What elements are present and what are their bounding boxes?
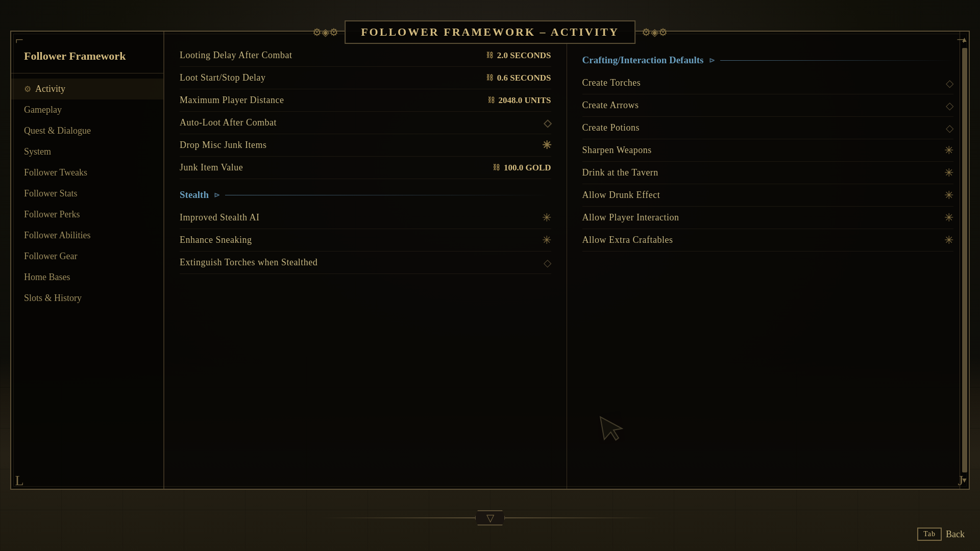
sidebar-item-follower-stats[interactable]: Follower Stats <box>11 183 163 204</box>
setting-max-player-distance[interactable]: Maximum Player Distance ⛓ 2048.0 UNITS <box>180 89 551 112</box>
allow-drunk-label: Allow Drunk Effect <box>582 190 660 201</box>
setting-loot-start-stop[interactable]: Loot Start/Stop Delay ⛓ 0.6 SECONDS <box>180 67 551 89</box>
auto-loot-diamond-icon: ◇ <box>544 117 551 129</box>
max-distance-label: Maximum Player Distance <box>180 95 284 106</box>
page-title: FOLLOWER FRAMEWORK – ACTIVITY <box>345 20 635 44</box>
setting-drop-misc-junk[interactable]: Drop Misc Junk Items ✳ <box>180 134 551 157</box>
improved-stealth-label: Improved Stealth AI <box>180 212 259 223</box>
looting-delay-label: Looting Delay After Combat <box>180 50 292 61</box>
stealth-section-header: Stealth ⊳ <box>180 189 551 201</box>
allow-extra-craftables-label: Allow Extra Craftables <box>582 235 673 245</box>
sidebar-label-abilities: Follower Abilities <box>24 230 91 241</box>
improved-stealth-toggle: ✳ <box>542 211 551 224</box>
crafting-ornament: ⊳ <box>709 56 715 65</box>
back-label: Back <box>946 529 965 540</box>
sidebar-label-tweaks: Follower Tweaks <box>24 167 87 178</box>
setting-improved-stealth-ai[interactable]: Improved Stealth AI ✳ <box>180 207 551 229</box>
sidebar-item-gameplay[interactable]: Gameplay <box>11 99 163 120</box>
sidebar-item-follower-tweaks[interactable]: Follower Tweaks <box>11 162 163 183</box>
setting-enhance-sneaking[interactable]: Enhance Sneaking ✳ <box>180 229 551 252</box>
main-ui: ⚙◈⚙ FOLLOWER FRAMEWORK – ACTIVITY ⚙◈⚙ Fo… <box>10 31 970 490</box>
bottom-ornament: ▽ <box>475 510 505 525</box>
sidebar-item-system[interactable]: System <box>11 141 163 162</box>
sidebar-label-homebases: Home Bases <box>24 272 70 283</box>
create-torches-label: Create Torches <box>582 78 641 88</box>
setting-allow-drunk[interactable]: Allow Drunk Effect ✳ <box>582 184 954 207</box>
setting-create-arrows[interactable]: Create Arrows ◇ <box>582 94 954 117</box>
setting-looting-delay[interactable]: Looting Delay After Combat ⛓ 2.0 SECONDS <box>180 44 551 67</box>
drop-junk-label: Drop Misc Junk Items <box>180 140 267 151</box>
sidebar-label-quest: Quest & Dialogue <box>24 126 91 136</box>
title-ornament-left: ⚙◈⚙ <box>312 26 338 38</box>
left-panel: Looting Delay After Combat ⛓ 2.0 SECONDS… <box>164 32 567 489</box>
extinguish-torches-label: Extinguish Torches when Stealthed <box>180 257 317 268</box>
activity-icon: ⚙ <box>24 84 31 94</box>
ui-body: Follower Framework ⚙ Activity Gameplay Q… <box>11 32 969 489</box>
setting-auto-loot[interactable]: Auto-Loot After Combat ◇ <box>180 112 551 134</box>
sidebar-item-quest-dialogue[interactable]: Quest & Dialogue <box>11 120 163 141</box>
setting-create-potions[interactable]: Create Potions ◇ <box>582 117 954 139</box>
back-button-area: Tab Back <box>917 528 965 541</box>
sidebar-item-follower-gear[interactable]: Follower Gear <box>11 246 163 267</box>
sidebar-item-follower-perks[interactable]: Follower Perks <box>11 204 163 225</box>
setting-allow-extra-craftables[interactable]: Allow Extra Craftables ✳ <box>582 229 954 252</box>
sidebar: Follower Framework ⚙ Activity Gameplay Q… <box>11 32 164 489</box>
sidebar-label-perks: Follower Perks <box>24 209 80 220</box>
allow-player-interaction-label: Allow Player Interaction <box>582 212 679 223</box>
sidebar-label-gameplay: Gameplay <box>24 105 62 115</box>
back-key-badge[interactable]: Tab <box>917 528 942 541</box>
drop-junk-toggle: ✳ <box>542 139 551 152</box>
drink-tavern-toggle: ✳ <box>944 166 953 180</box>
setting-create-torches[interactable]: Create Torches ◇ <box>582 72 954 94</box>
setting-allow-player-interaction[interactable]: Allow Player Interaction ✳ <box>582 207 954 229</box>
sharpen-weapons-label: Sharpen Weapons <box>582 145 652 156</box>
max-distance-value: ⛓ 2048.0 UNITS <box>487 95 551 106</box>
right-panel: Crafting/Interaction Defaults ⊳ Create T… <box>567 32 969 489</box>
sidebar-label-stats: Follower Stats <box>24 188 78 199</box>
sidebar-item-slots-history[interactable]: Slots & History <box>11 288 163 309</box>
scrollbar-track: ▲ ▼ <box>960 32 969 489</box>
allow-drunk-toggle: ✳ <box>944 189 953 202</box>
crafting-section-line <box>720 60 954 61</box>
chain-icon-2: ⛓ <box>487 96 495 105</box>
enhance-sneaking-toggle: ✳ <box>542 234 551 247</box>
looting-delay-value: ⛓ 2.0 SECONDS <box>486 51 551 61</box>
stealth-section-line <box>225 195 551 195</box>
setting-junk-item-value[interactable]: Junk Item Value ⛓ 100.0 GOLD <box>180 157 551 179</box>
stealth-label: Stealth <box>180 189 209 201</box>
setting-sharpen-weapons[interactable]: Sharpen Weapons ✳ <box>582 139 954 162</box>
allow-player-interaction-toggle: ✳ <box>944 211 953 224</box>
auto-loot-toggle: ◇ <box>544 117 551 129</box>
auto-loot-label: Auto-Loot After Combat <box>180 117 277 128</box>
corner-tl: ⌐ <box>9 30 30 50</box>
bottom-line-left <box>322 517 475 518</box>
main-content: Looting Delay After Combat ⛓ 2.0 SECONDS… <box>164 32 969 489</box>
sidebar-item-activity[interactable]: ⚙ Activity <box>11 79 163 99</box>
chain-icon-5: ⛓ <box>493 164 500 172</box>
extinguish-torches-toggle: ◇ <box>544 257 551 269</box>
corner-br: J <box>950 470 971 491</box>
sidebar-label-gear: Follower Gear <box>24 251 77 262</box>
scroll-thumb[interactable] <box>962 48 967 472</box>
loot-start-stop-value: ⛓ 0.6 SECONDS <box>486 73 551 83</box>
sidebar-item-follower-abilities[interactable]: Follower Abilities <box>11 225 163 246</box>
enhance-sneaking-label: Enhance Sneaking <box>180 235 252 245</box>
sidebar-label-system: System <box>24 146 51 157</box>
bottom-bar: ▽ <box>322 510 658 525</box>
sidebar-label-activity: Activity <box>35 84 65 94</box>
drop-junk-star-icon: ✳ <box>542 139 551 152</box>
setting-extinguish-torches[interactable]: Extinguish Torches when Stealthed ◇ <box>180 252 551 274</box>
sidebar-item-home-bases[interactable]: Home Bases <box>11 267 163 288</box>
drink-tavern-label: Drink at the Tavern <box>582 167 658 178</box>
create-arrows-toggle: ◇ <box>946 99 953 112</box>
allow-extra-craftables-toggle: ✳ <box>944 234 953 247</box>
junk-value-label: Junk Item Value <box>180 162 243 173</box>
corner-tr: ¬ <box>950 30 971 50</box>
sidebar-title: Follower Framework <box>11 42 163 73</box>
stealth-ornament: ⊳ <box>214 191 220 199</box>
sharpen-weapons-toggle: ✳ <box>944 144 953 157</box>
bottom-line-right <box>505 517 658 518</box>
create-torches-toggle: ◇ <box>946 77 953 89</box>
setting-drink-tavern[interactable]: Drink at the Tavern ✳ <box>582 162 954 184</box>
corner-bl: L <box>9 470 30 491</box>
